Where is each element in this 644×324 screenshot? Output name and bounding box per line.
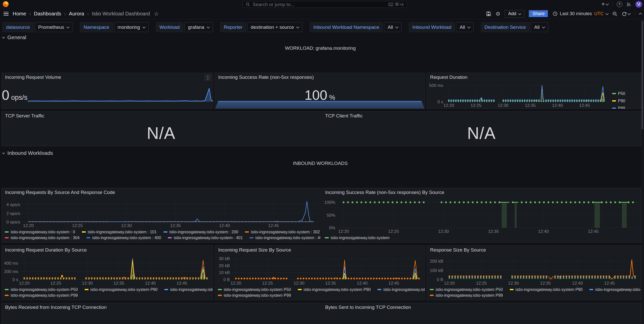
panel-title[interactable]: Incoming Request Duration By Source: [2, 246, 213, 254]
dashboard-settings-gear-icon[interactable]: ⚙: [496, 11, 500, 17]
panel-title[interactable]: TCP Client Traffic: [322, 112, 641, 120]
svg-text:10 kB: 10 kB: [219, 270, 230, 275]
stat-value: 0ops/s: [2, 87, 28, 103]
request-duration-chart[interactable]: 12:2012:2512:3012:3512:4012:45500 ms0 s: [427, 81, 612, 109]
legend-label: istio-ingressgateway.istio-system P95: [595, 287, 641, 292]
favorite-star-icon[interactable]: ☆: [154, 11, 159, 17]
new-menu-button[interactable]: +: [602, 1, 608, 7]
legend-item[interactable]: istio-ingressgateway.istio-system P95: [589, 287, 641, 292]
svg-text:12:30: 12:30: [121, 223, 132, 228]
collapse-toolbar-icon[interactable]: [639, 13, 642, 16]
legend-item[interactable]: istio-ingressgateway.istio-system P50: [218, 287, 291, 292]
response-size-by-source-chart[interactable]: 12:2012:2512:3012:3512:4012:45200 kB100 …: [427, 254, 641, 286]
time-range-picker[interactable]: Last 30 minutes UTC: [553, 11, 608, 16]
variable-label[interactable]: Inbound Workload: [409, 22, 455, 32]
panel-title[interactable]: Incoming Success Rate (non-5xx responses…: [215, 73, 425, 81]
variable-value-dropdown[interactable]: monitoring: [114, 22, 149, 32]
variable-value-dropdown[interactable]: All: [531, 22, 548, 32]
panel-title[interactable]: Response Size By Source: [427, 246, 641, 254]
legend-color-dash: [612, 93, 616, 94]
panel-bytes-received-tcp: Bytes Received from Incoming TCP Connect…: [2, 303, 321, 324]
variable-label[interactable]: Reporter: [220, 22, 246, 32]
grafana-logo-icon[interactable]: [3, 1, 9, 7]
svg-text:12:45: 12:45: [604, 281, 615, 286]
panel-title[interactable]: Incoming Request Volume: [2, 73, 213, 81]
breadcrumb-dashboards[interactable]: Dashboards: [34, 11, 61, 17]
legend-label: istio-ingressgateway.istio-system P90: [304, 287, 371, 292]
success-rate-by-source-chart[interactable]: 12:2012:2512:3012:3512:4012:45100%50%0%: [322, 196, 641, 235]
panel-title[interactable]: Request Duration: [427, 73, 641, 81]
legend-item[interactable]: istio-ingressgateway.istio-system P50: [5, 287, 78, 292]
panel-title[interactable]: Bytes Received from Incoming TCP Connect…: [2, 303, 320, 311]
legend-item[interactable]: P90: [612, 99, 625, 103]
legend-item[interactable]: istio-ingressgateway.istio-system: [325, 236, 390, 240]
variable-label[interactable]: datasource: [3, 22, 33, 32]
panel-title[interactable]: Incoming Requests By Source And Response…: [2, 188, 320, 196]
request-size-by-source-chart[interactable]: 12:2012:2512:3012:3512:4012:4530 kB20 kB…: [215, 254, 425, 286]
variable-value-dropdown[interactable]: grafana: [184, 22, 213, 32]
zoom-out-time-icon[interactable]: [612, 11, 617, 16]
request-volume-sparkline[interactable]: [28, 88, 213, 102]
legend-item[interactable]: istio-ingressgateway.istio-system : 304: [5, 236, 80, 240]
news-rss-icon[interactable]: [626, 2, 631, 7]
help-icon[interactable]: ?: [617, 2, 622, 7]
variable-value-dropdown[interactable]: All: [384, 22, 402, 32]
legend-item[interactable]: istio-ingressgateway.istio-system P99: [218, 293, 291, 298]
panel-menu-kebab-icon[interactable]: ⋮: [205, 74, 211, 81]
legend-item[interactable]: istio-ingressgateway.istio-system : 200: [164, 230, 238, 234]
breadcrumb-folder[interactable]: Aurora: [69, 11, 84, 17]
legend-item[interactable]: istio-ingressgateway.istio-system : 302: [245, 230, 320, 234]
svg-text:0 B: 0 B: [223, 277, 230, 282]
legend-item[interactable]: istio-ingressgateway.istio-system P90: [510, 287, 583, 292]
requests-by-code-chart[interactable]: 12:2012:2512:3012:3512:4012:454 ops/s2 o…: [2, 196, 320, 229]
svg-text:0 ops/s: 0 ops/s: [6, 220, 20, 225]
panel-response-size-by-source: Response Size By Source 12:2012:2512:301…: [427, 245, 641, 300]
svg-text:0%: 0%: [329, 226, 335, 230]
legend-item[interactable]: istio-ingressgateway.istio-system : 400: [86, 236, 161, 240]
legend-label: istio-ingressgateway.istio-system : 404: [255, 236, 321, 240]
refresh-button[interactable]: [622, 11, 630, 16]
legend-color-dash: [250, 237, 253, 238]
variable-label[interactable]: Destination Service: [481, 22, 529, 32]
panel-title[interactable]: Bytes Sent to Incoming TCP Connection: [322, 303, 641, 311]
variable-value-dropdown[interactable]: Prometheus: [35, 22, 73, 32]
breadcrumb-home[interactable]: Home: [13, 11, 26, 17]
legend-item[interactable]: istio-ingressgateway.istio-system P50: [430, 287, 503, 292]
search-input[interactable]: Search or jump to... ⌘+k: [242, 1, 407, 8]
variable-value-dropdown[interactable]: All: [456, 22, 474, 32]
save-dashboard-icon[interactable]: [486, 11, 491, 16]
legend-item[interactable]: istio-ingressgateway.istio-system : 404: [250, 236, 321, 240]
legend-item[interactable]: istio-ingressgateway.istio-system P95: [164, 287, 213, 292]
legend-item[interactable]: istio-ingressgateway.istio-system P90: [85, 287, 158, 292]
legend-item[interactable]: P50: [612, 91, 625, 96]
variable-label[interactable]: Namespace: [80, 22, 113, 32]
legend-item[interactable]: P99: [612, 106, 625, 109]
variable-label[interactable]: Workload: [156, 22, 183, 32]
user-avatar[interactable]: [635, 1, 642, 8]
add-panel-button[interactable]: Add: [505, 10, 524, 18]
legend-item[interactable]: istio-ingressgateway.istio-system P90: [298, 287, 371, 292]
svg-text:2 ops/s: 2 ops/s: [6, 211, 20, 216]
legend-item[interactable]: istio-ingressgateway.istio-system P95: [377, 287, 425, 292]
variable-namespace: Namespace monitoring: [80, 22, 148, 32]
panel-title[interactable]: Incoming Success Rate (non-5xx responses…: [322, 188, 641, 196]
request-duration-by-source-chart[interactable]: 12:2012:2512:3012:3512:4012:45400 ms200 …: [2, 254, 213, 286]
variable-workload: Workload grafana: [156, 22, 213, 32]
legend-item[interactable]: istio-ingressgateway.istio-system : 101: [82, 230, 157, 234]
legend-label: istio-ingressgateway.istio-system P95: [170, 287, 213, 292]
panel-title[interactable]: TCP Server Traffic: [2, 112, 320, 120]
share-button[interactable]: Share: [529, 10, 548, 18]
svg-text:0 s: 0 s: [12, 277, 18, 282]
variable-value-dropdown[interactable]: destination + source: [247, 22, 303, 32]
legend-item[interactable]: istio-ingressgateway.istio-system P99: [5, 293, 78, 298]
menu-toggle-icon[interactable]: [4, 12, 9, 16]
scrollbar-thumb[interactable]: [641, 21, 643, 129]
legend-item[interactable]: istio-ingressgateway.istio-system : 0: [5, 230, 75, 234]
variable-label[interactable]: Inbound Workload Namespace: [310, 22, 383, 32]
section-general[interactable]: General: [3, 34, 26, 40]
legend-color-dash: [612, 108, 616, 109]
legend-item[interactable]: istio-ingressgateway.istio-system P99: [430, 293, 503, 298]
legend-item[interactable]: istio-ingressgateway.istio-system : 401: [168, 236, 243, 240]
section-inbound-workloads[interactable]: Inbound Workloads: [3, 150, 53, 156]
panel-title[interactable]: Incoming Request Size By Source: [215, 246, 425, 254]
